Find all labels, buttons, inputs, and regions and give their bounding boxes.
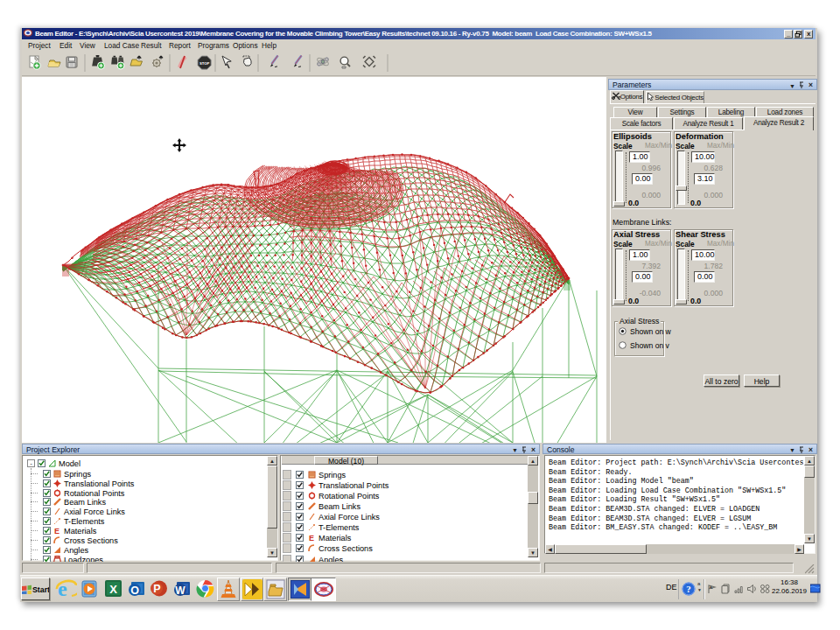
- svg-text:O: O: [130, 584, 139, 597]
- svg-text:E: E: [54, 527, 60, 535]
- svg-text:STOP: STOP: [200, 61, 210, 66]
- svg-text:?: ?: [686, 584, 691, 594]
- svg-text:X: X: [109, 583, 117, 596]
- svg-text:E: E: [309, 534, 314, 542]
- svg-text:P: P: [153, 583, 160, 595]
- svg-text:W: W: [175, 584, 186, 597]
